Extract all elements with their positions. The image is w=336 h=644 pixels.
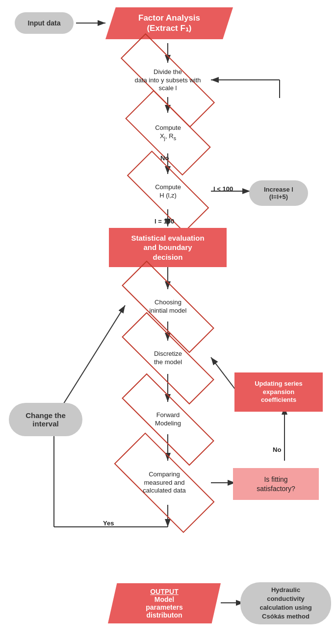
hydraulic-label: Hydraulicconductivitycalculation usingCs…: [259, 586, 311, 621]
updating-label: Updating seriesexpansioncoefficients: [255, 380, 303, 405]
forward-modeling-diamond: ForwardModeling: [120, 402, 216, 437]
compute-xj-label: ComputeXj, Rs: [155, 124, 181, 142]
increase-l-pill: Increase l(l=l+5): [249, 180, 308, 206]
input-data-label: Input data: [28, 19, 61, 27]
divide-data-diamond: Divide thedata into y subsets withscale …: [119, 63, 217, 98]
compute-h-diamond: ComputeH (l,z): [128, 174, 208, 209]
is-fitting-label: Is fittingsatisfactory?: [257, 475, 295, 493]
yes-label: Yes: [103, 520, 114, 527]
choosing-model-label: Choosinginintial model: [150, 298, 187, 315]
change-interval-label: Change theinterval: [26, 411, 66, 428]
hydraulic-pill: Hydraulicconductivitycalculation usingCs…: [240, 582, 331, 624]
discretize-diamond: Discretizethe model: [120, 341, 216, 376]
output-box: OUTPUTModelparametersdistributon: [108, 583, 221, 623]
i-less-100-label: l < 100: [213, 185, 233, 193]
comparing-label: Comparingmeasured andcalculated data: [143, 471, 185, 495]
comparing-diamond: Comparingmeasured andcalculated data: [115, 461, 213, 505]
output-label: OUTPUTModelparametersdistributon: [146, 588, 183, 619]
updating-box: Updating seriesexpansioncoefficients: [234, 372, 323, 412]
forward-modeling-label: ForwardModeling: [155, 411, 181, 428]
factor-analysis-label: Factor Analysis(Extract F₁): [138, 13, 200, 33]
discretize-label: Discretizethe model: [154, 350, 182, 367]
factor-analysis-box: Factor Analysis(Extract F₁): [105, 7, 233, 39]
svg-line-19: [54, 305, 125, 419]
statistical-box: Statistical evaluationand boundarydecisi…: [109, 228, 227, 267]
no-label-2: No: [273, 446, 281, 453]
i-equals-100-label: l = 100: [155, 218, 174, 225]
input-data-pill: Input data: [15, 12, 74, 34]
is-fitting-box: Is fittingsatisfactory?: [233, 468, 319, 500]
flowchart: Input data Factor Analysis(Extract F₁) D…: [0, 0, 336, 644]
compute-xj-diamond: ComputeXj, Rs: [128, 113, 208, 153]
choosing-model-diamond: Choosinginintial model: [120, 289, 216, 324]
statistical-label: Statistical evaluationand boundarydecisi…: [131, 233, 204, 262]
change-interval-pill: Change theinterval: [9, 403, 82, 436]
compute-h-label: ComputeH (l,z): [155, 183, 181, 200]
increase-l-label: Increase l(l=l+5): [264, 186, 293, 200]
divide-data-label: Divide thedata into y subsets withscale …: [134, 68, 201, 93]
